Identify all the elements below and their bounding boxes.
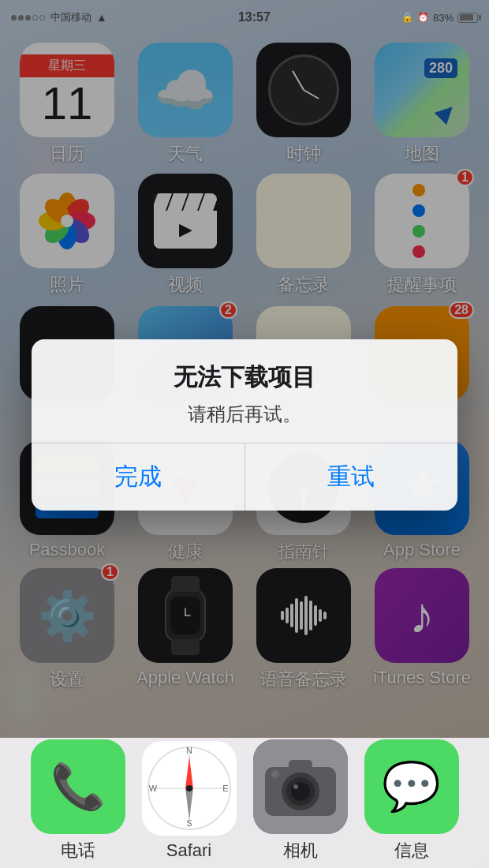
signal-dot-5 — [39, 15, 45, 21]
alert-message: 请稍后再试。 — [50, 402, 439, 427]
signal-dot-1 — [11, 15, 17, 21]
battery-percentage: 83% — [433, 12, 454, 24]
dock-messages-label: 信息 — [394, 839, 429, 862]
svg-point-27 — [291, 782, 310, 801]
dock-safari-icon[interactable]: N S W E — [142, 741, 237, 836]
alert-cancel-button[interactable]: 完成 — [32, 443, 245, 511]
svg-rect-29 — [289, 760, 312, 771]
alarm-icon: ⏰ — [417, 12, 429, 23]
alert-dialog: 无法下载项目 请稍后再试。 完成 重试 — [32, 339, 457, 511]
alert-title: 无法下载项目 — [50, 361, 439, 394]
status-time: 13:57 — [238, 10, 271, 24]
svg-point-28 — [293, 784, 298, 789]
dock: 📞 电话 N S W E Safari — [0, 738, 489, 868]
dock-phone-label: 电话 — [61, 839, 95, 862]
dock-item-messages[interactable]: 💬 信息 — [364, 739, 459, 862]
dock-item-phone[interactable]: 📞 电话 — [31, 739, 125, 862]
dock-phone-icon[interactable]: 📞 — [31, 739, 125, 834]
safari-svg: N S W E — [142, 741, 237, 836]
dock-camera-icon[interactable] — [253, 739, 348, 834]
messages-icon-glyph: 💬 — [382, 758, 441, 814]
signal-dot-2 — [18, 15, 24, 21]
status-right: 🔒 ⏰ 83% — [401, 12, 478, 24]
battery-fill — [460, 14, 473, 21]
svg-text:S: S — [186, 818, 192, 828]
dock-messages-icon[interactable]: 💬 — [364, 739, 459, 834]
lock-icon: 🔒 — [401, 12, 413, 23]
battery-bar — [457, 13, 478, 23]
status-bar: 中国移动 ▲ 13:57 🔒 ⏰ 83% — [0, 0, 489, 35]
svg-point-30 — [271, 770, 279, 778]
phone-icon-glyph: 📞 — [50, 761, 106, 813]
signal-dot-3 — [25, 15, 31, 21]
signal-dots — [11, 15, 45, 21]
camera-svg — [253, 739, 348, 834]
wifi-icon: ▲ — [96, 11, 107, 24]
dock-camera-label: 相机 — [283, 839, 318, 862]
carrier-text: 中国移动 — [50, 10, 91, 24]
dock-item-camera[interactable]: 相机 — [253, 739, 348, 862]
svg-text:E: E — [222, 784, 228, 793]
dock-safari-label: Safari — [166, 840, 211, 861]
alert-buttons: 完成 重试 — [32, 443, 457, 511]
svg-point-18 — [186, 785, 192, 791]
svg-text:N: N — [186, 746, 192, 755]
alert-content: 无法下载项目 请稍后再试。 — [32, 339, 457, 443]
signal-dot-4 — [32, 15, 38, 21]
dock-item-safari[interactable]: N S W E Safari — [142, 741, 237, 861]
alert-retry-button[interactable]: 重试 — [245, 443, 458, 511]
status-left: 中国移动 ▲ — [11, 10, 107, 24]
svg-text:W: W — [148, 784, 157, 793]
